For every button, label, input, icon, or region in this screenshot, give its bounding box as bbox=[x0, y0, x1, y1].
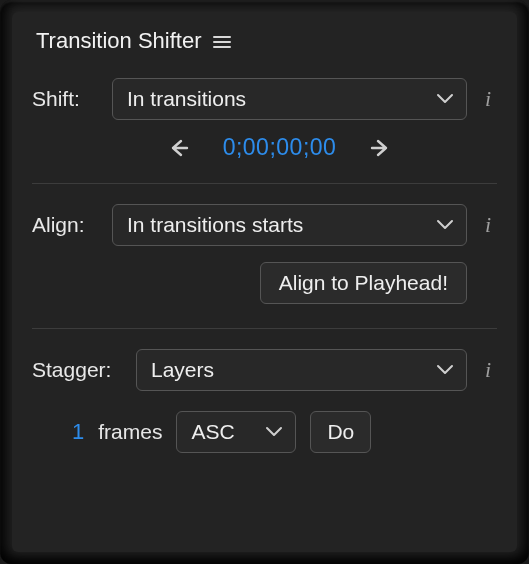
arrow-right-icon[interactable] bbox=[370, 138, 392, 158]
align-to-playhead-button[interactable]: Align to Playhead! bbox=[260, 262, 467, 304]
chevron-down-icon bbox=[436, 219, 454, 231]
info-icon[interactable]: i bbox=[479, 212, 497, 238]
info-icon[interactable]: i bbox=[479, 86, 497, 112]
stagger-frames-field[interactable]: 1 bbox=[72, 419, 84, 445]
shift-select[interactable]: In transitions bbox=[112, 78, 467, 120]
title-bar: Transition Shifter bbox=[32, 22, 497, 72]
align-select-value: In transitions starts bbox=[127, 213, 303, 237]
shift-label: Shift: bbox=[32, 87, 100, 111]
align-button-row: Align to Playhead! bbox=[32, 252, 497, 322]
chevron-down-icon bbox=[436, 93, 454, 105]
shift-row: Shift: In transitions i bbox=[32, 72, 497, 126]
shift-time-row: 0;00;00;00 bbox=[62, 126, 497, 177]
transition-shifter-panel: Transition Shifter Shift: In transitions… bbox=[12, 12, 517, 552]
align-select[interactable]: In transitions starts bbox=[112, 204, 467, 246]
shift-select-value: In transitions bbox=[127, 87, 246, 111]
info-icon[interactable]: i bbox=[479, 357, 497, 383]
stagger-order-value: ASC bbox=[191, 420, 234, 444]
stagger-frames-label: frames bbox=[98, 420, 162, 444]
stagger-controls: 1 frames ASC Do bbox=[32, 397, 497, 453]
stagger-select[interactable]: Layers bbox=[136, 349, 467, 391]
chevron-down-icon bbox=[265, 426, 283, 438]
panel-frame: Transition Shifter Shift: In transitions… bbox=[0, 0, 529, 564]
stagger-order-select[interactable]: ASC bbox=[176, 411, 296, 453]
do-button-label: Do bbox=[327, 420, 354, 444]
stagger-label: Stagger: bbox=[32, 358, 124, 382]
divider bbox=[32, 328, 497, 329]
stagger-select-value: Layers bbox=[151, 358, 214, 382]
chevron-down-icon bbox=[436, 364, 454, 376]
stagger-row: Stagger: Layers i bbox=[32, 343, 497, 397]
panel-menu-icon[interactable] bbox=[213, 34, 231, 48]
align-row: Align: In transitions starts i bbox=[32, 198, 497, 252]
stagger-do-button[interactable]: Do bbox=[310, 411, 371, 453]
timecode-field[interactable]: 0;00;00;00 bbox=[223, 134, 337, 161]
panel-title: Transition Shifter bbox=[36, 28, 201, 54]
divider bbox=[32, 183, 497, 184]
arrow-left-icon[interactable] bbox=[167, 138, 189, 158]
align-label: Align: bbox=[32, 213, 100, 237]
align-button-label: Align to Playhead! bbox=[279, 271, 448, 295]
